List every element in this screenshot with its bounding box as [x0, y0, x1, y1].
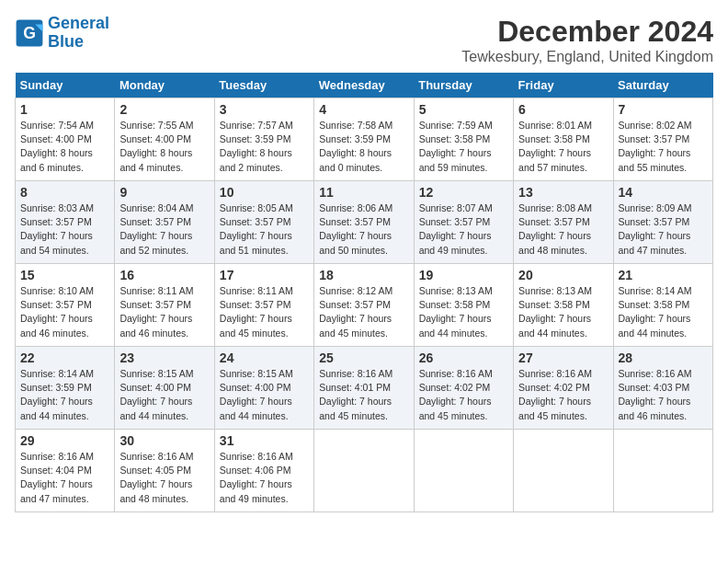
day-info: Sunrise: 8:10 AM Sunset: 3:57 PM Dayligh… [20, 284, 109, 340]
day-number: 10 [220, 185, 309, 200]
day-info: Sunrise: 7:55 AM Sunset: 4:00 PM Dayligh… [119, 119, 209, 175]
day-info: Sunrise: 8:04 AM Sunset: 3:57 PM Dayligh… [119, 201, 209, 258]
day-number: 24 [220, 350, 309, 365]
day-info: Sunrise: 8:12 AM Sunset: 3:57 PM Dayligh… [319, 284, 408, 340]
day-info: Sunrise: 8:06 AM Sunset: 3:57 PM Dayligh… [319, 201, 408, 258]
calendar-cell: 31Sunrise: 8:16 AM Sunset: 4:06 PM Dayli… [214, 430, 313, 512]
calendar-cell: 9Sunrise: 8:04 AM Sunset: 3:57 PM Daylig… [115, 181, 214, 264]
calendar-cell: 27Sunrise: 8:16 AM Sunset: 4:02 PM Dayli… [514, 347, 613, 430]
calendar-cell: 20Sunrise: 8:13 AM Sunset: 3:58 PM Dayli… [514, 264, 613, 347]
calendar-cell: 17Sunrise: 8:11 AM Sunset: 3:57 PM Dayli… [214, 264, 313, 347]
day-number: 11 [319, 185, 408, 200]
day-number: 14 [619, 185, 708, 200]
logo-icon: G [15, 18, 44, 48]
calendar-cell: 4Sunrise: 7:58 AM Sunset: 3:59 PM Daylig… [314, 98, 414, 181]
day-number: 28 [619, 350, 708, 365]
calendar-cell: 14Sunrise: 8:09 AM Sunset: 3:57 PM Dayli… [613, 181, 712, 264]
calendar-cell [414, 430, 513, 512]
day-number: 13 [518, 185, 608, 200]
day-number: 23 [119, 350, 209, 365]
header-sunday: Sunday [16, 73, 115, 98]
logo: G GeneralBlue [15, 15, 109, 52]
calendar-cell: 19Sunrise: 8:13 AM Sunset: 3:58 PM Dayli… [414, 264, 513, 347]
calendar-cell: 16Sunrise: 8:11 AM Sunset: 3:57 PM Dayli… [115, 264, 214, 347]
calendar-cell: 11Sunrise: 8:06 AM Sunset: 3:57 PM Dayli… [314, 181, 414, 264]
day-info: Sunrise: 7:58 AM Sunset: 3:59 PM Dayligh… [319, 119, 408, 175]
day-number: 12 [419, 185, 508, 200]
day-info: Sunrise: 8:13 AM Sunset: 3:58 PM Dayligh… [419, 284, 508, 340]
day-info: Sunrise: 8:09 AM Sunset: 3:57 PM Dayligh… [619, 201, 708, 258]
day-number: 22 [20, 350, 109, 365]
day-number: 16 [119, 268, 209, 282]
day-info: Sunrise: 8:02 AM Sunset: 3:57 PM Dayligh… [619, 119, 708, 175]
day-info: Sunrise: 8:08 AM Sunset: 3:57 PM Dayligh… [518, 201, 608, 258]
calendar-cell: 8Sunrise: 8:03 AM Sunset: 3:57 PM Daylig… [16, 181, 115, 264]
day-info: Sunrise: 8:05 AM Sunset: 3:57 PM Dayligh… [220, 201, 309, 258]
calendar-cell [514, 430, 613, 512]
day-info: Sunrise: 8:07 AM Sunset: 3:57 PM Dayligh… [419, 201, 508, 258]
day-number: 30 [119, 433, 209, 448]
calendar-cell: 1Sunrise: 7:54 AM Sunset: 4:00 PM Daylig… [16, 98, 115, 181]
calendar-cell: 22Sunrise: 8:14 AM Sunset: 3:59 PM Dayli… [16, 347, 115, 430]
logo-text: GeneralBlue [48, 15, 109, 52]
calendar-cell: 12Sunrise: 8:07 AM Sunset: 3:57 PM Dayli… [414, 181, 513, 264]
calendar-cell: 2Sunrise: 7:55 AM Sunset: 4:00 PM Daylig… [115, 98, 214, 181]
header-thursday: Thursday [414, 73, 513, 98]
day-number: 1 [20, 102, 109, 117]
day-number: 4 [319, 102, 408, 117]
day-info: Sunrise: 8:16 AM Sunset: 4:02 PM Dayligh… [518, 367, 608, 423]
calendar-cell: 25Sunrise: 8:16 AM Sunset: 4:01 PM Dayli… [314, 347, 414, 430]
calendar-cell: 28Sunrise: 8:16 AM Sunset: 4:03 PM Dayli… [613, 347, 712, 430]
day-info: Sunrise: 8:16 AM Sunset: 4:04 PM Dayligh… [20, 450, 109, 506]
day-number: 3 [220, 102, 309, 117]
calendar-cell: 24Sunrise: 8:15 AM Sunset: 4:00 PM Dayli… [214, 347, 313, 430]
calendar-cell: 7Sunrise: 8:02 AM Sunset: 3:57 PM Daylig… [613, 98, 712, 181]
header-saturday: Saturday [613, 73, 712, 98]
calendar-cell: 15Sunrise: 8:10 AM Sunset: 3:57 PM Dayli… [16, 264, 115, 347]
day-number: 27 [518, 350, 608, 365]
day-info: Sunrise: 8:16 AM Sunset: 4:05 PM Dayligh… [119, 450, 209, 506]
calendar-cell: 13Sunrise: 8:08 AM Sunset: 3:57 PM Dayli… [514, 181, 613, 264]
day-number: 9 [119, 185, 209, 200]
day-info: Sunrise: 8:14 AM Sunset: 3:58 PM Dayligh… [619, 284, 708, 340]
day-info: Sunrise: 8:01 AM Sunset: 3:58 PM Dayligh… [518, 119, 608, 175]
day-number: 5 [419, 102, 508, 117]
calendar-header-row: SundayMondayTuesdayWednesdayThursdayFrid… [16, 73, 713, 98]
day-info: Sunrise: 8:16 AM Sunset: 4:01 PM Dayligh… [319, 367, 408, 423]
day-number: 18 [319, 268, 408, 282]
calendar-cell: 26Sunrise: 8:16 AM Sunset: 4:02 PM Dayli… [414, 347, 513, 430]
day-info: Sunrise: 8:15 AM Sunset: 4:00 PM Dayligh… [220, 367, 309, 423]
day-info: Sunrise: 8:16 AM Sunset: 4:03 PM Dayligh… [619, 367, 708, 423]
svg-text:G: G [23, 24, 36, 42]
calendar-table: SundayMondayTuesdayWednesdayThursdayFrid… [15, 73, 713, 512]
day-info: Sunrise: 8:16 AM Sunset: 4:02 PM Dayligh… [419, 367, 508, 423]
calendar-cell: 6Sunrise: 8:01 AM Sunset: 3:58 PM Daylig… [514, 98, 613, 181]
day-number: 17 [220, 268, 309, 282]
calendar-cell: 30Sunrise: 8:16 AM Sunset: 4:05 PM Dayli… [115, 430, 214, 512]
day-number: 31 [220, 433, 309, 448]
day-info: Sunrise: 8:16 AM Sunset: 4:06 PM Dayligh… [220, 450, 309, 506]
page-header: G GeneralBlue December 2024 Tewkesbury, … [15, 15, 713, 65]
day-number: 15 [20, 268, 109, 282]
page-title: December 2024 [461, 15, 713, 49]
title-block: December 2024 Tewkesbury, England, Unite… [461, 15, 713, 65]
header-wednesday: Wednesday [314, 73, 414, 98]
day-number: 25 [319, 350, 408, 365]
page-subtitle: Tewkesbury, England, United Kingdom [461, 49, 713, 65]
header-friday: Friday [514, 73, 613, 98]
day-info: Sunrise: 8:14 AM Sunset: 3:59 PM Dayligh… [20, 367, 109, 423]
header-tuesday: Tuesday [214, 73, 313, 98]
calendar-cell: 3Sunrise: 7:57 AM Sunset: 3:59 PM Daylig… [214, 98, 313, 181]
day-info: Sunrise: 7:54 AM Sunset: 4:00 PM Dayligh… [20, 119, 109, 175]
calendar-cell: 23Sunrise: 8:15 AM Sunset: 4:00 PM Dayli… [115, 347, 214, 430]
calendar-week-row: 8Sunrise: 8:03 AM Sunset: 3:57 PM Daylig… [16, 181, 713, 264]
calendar-cell: 29Sunrise: 8:16 AM Sunset: 4:04 PM Dayli… [16, 430, 115, 512]
calendar-week-row: 15Sunrise: 8:10 AM Sunset: 3:57 PM Dayli… [16, 264, 713, 347]
calendar-cell [314, 430, 414, 512]
calendar-cell: 21Sunrise: 8:14 AM Sunset: 3:58 PM Dayli… [613, 264, 712, 347]
day-info: Sunrise: 8:11 AM Sunset: 3:57 PM Dayligh… [220, 284, 309, 340]
day-number: 19 [419, 268, 508, 282]
day-number: 29 [20, 433, 109, 448]
day-number: 6 [518, 102, 608, 117]
day-number: 7 [619, 102, 708, 117]
